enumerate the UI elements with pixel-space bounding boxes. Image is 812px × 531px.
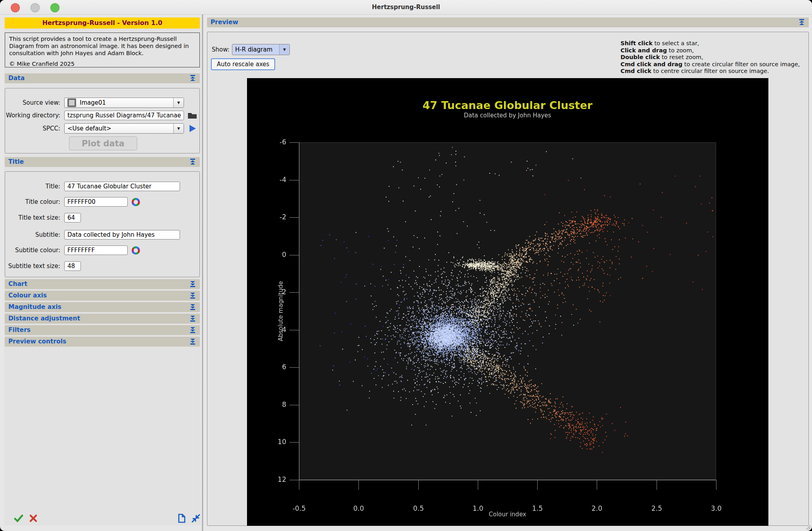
section-label: Preview controls — [8, 337, 66, 347]
collapse-icon[interactable] — [189, 159, 196, 167]
expand-icon[interactable] — [189, 338, 196, 346]
subtitle-colour-input[interactable] — [64, 245, 128, 255]
chevron-down-icon: ▼ — [279, 44, 289, 55]
section-header-title[interactable]: Title — [5, 157, 200, 167]
expand-icon[interactable] — [189, 304, 196, 312]
expand-icon[interactable] — [189, 292, 196, 300]
cancel-button[interactable] — [29, 514, 38, 523]
help-line: Shift click to select a star, — [620, 40, 803, 47]
section-header-magnitude-axis[interactable]: Magnitude axis — [5, 302, 200, 312]
title-input[interactable] — [64, 182, 180, 191]
new-instance-icon[interactable] — [177, 514, 186, 523]
section-label: Colour axis — [8, 291, 47, 301]
section-header-distance-adjustment[interactable]: Distance adjustment — [5, 314, 200, 324]
help-line: Cmd click to centre circular filter on s… — [620, 68, 803, 75]
panel-divider[interactable] — [202, 14, 203, 531]
section-label: Chart — [8, 279, 27, 289]
chevron-down-icon: ▼ — [173, 98, 184, 107]
help-text: Shift click to select a star, Click and … — [620, 40, 803, 75]
spcc-label: SPCC: — [4, 123, 60, 134]
preview-panel: Preview Show: H-R diagram ▼ Auto rescale… — [207, 17, 809, 525]
image-view-icon — [67, 98, 76, 107]
section-header-preview[interactable]: Preview — [207, 17, 809, 27]
source-view-select[interactable]: Image01 ▼ — [64, 98, 184, 108]
title-text-size-label: Title text size: — [4, 213, 60, 222]
show-value: H-R diagram — [235, 46, 272, 53]
plot-data-button[interactable]: Plot data — [69, 136, 137, 150]
section-label: Title — [8, 157, 24, 167]
browse-folder-button[interactable] — [187, 111, 197, 120]
help-line: Click and drag to zoom, — [620, 47, 803, 54]
spcc-select[interactable]: <Use default> ▼ — [64, 123, 184, 134]
preview-group-box: Show: H-R diagram ▼ Auto rescale axes Sh… — [207, 32, 809, 526]
resize-grip[interactable] — [804, 523, 811, 530]
expand-icon[interactable] — [189, 315, 196, 323]
ok-button[interactable] — [14, 514, 23, 523]
app-window: Hertzsprung-Russell Hertzsprung-Russell … — [0, 0, 812, 531]
colour-wheel-icon[interactable] — [132, 198, 140, 206]
section-header-colour-axis[interactable]: Colour axis — [5, 291, 200, 301]
colour-wheel-icon[interactable] — [132, 246, 140, 255]
working-directory-label: Working directory: — [4, 111, 60, 120]
title-label: Title: — [4, 182, 60, 191]
section-header-filters[interactable]: Filters — [5, 325, 200, 335]
chevron-down-icon: ▼ — [173, 124, 184, 133]
help-line: Cmd click and drag to create circular fi… — [620, 61, 803, 68]
section-label: Distance adjustment — [8, 314, 80, 324]
show-select[interactable]: H-R diagram ▼ — [232, 44, 290, 55]
source-view-label: Source view: — [4, 98, 60, 108]
section-header-preview-controls[interactable]: Preview controls — [5, 337, 200, 347]
working-directory-input[interactable] — [64, 111, 184, 120]
contract-dialog-icon[interactable] — [191, 514, 201, 523]
section-header-chart[interactable]: Chart — [5, 279, 200, 289]
auto-rescale-axes-button[interactable]: Auto rescale axes — [211, 58, 275, 70]
section-label: Magnitude axis — [8, 302, 61, 312]
script-banner: Hertzsprung-Russell - Version 1.0 — [5, 17, 200, 29]
sidebar: Hertzsprung-Russell - Version 1.0 This s… — [4, 17, 201, 525]
subtitle-colour-label: Subtitle colour: — [4, 245, 60, 255]
section-label: Filters — [8, 325, 31, 335]
section-label: Preview — [211, 17, 238, 27]
title-text-size-input[interactable] — [64, 213, 81, 222]
copyright: © Mike Cranfield 2025 — [9, 60, 195, 67]
section-label: Data — [8, 73, 25, 83]
window-title: Hertzsprung-Russell — [0, 0, 812, 14]
title-colour-label: Title colour: — [4, 197, 60, 207]
title-colour-input[interactable] — [64, 197, 128, 207]
subtitle-input[interactable] — [64, 230, 180, 240]
hr-diagram-canvas[interactable] — [247, 78, 768, 526]
collapse-icon[interactable] — [189, 75, 196, 83]
spcc-value: <Use default> — [67, 125, 111, 132]
subtitle-text-size-input[interactable] — [64, 261, 81, 271]
script-description-box: This script provides a tool to create a … — [5, 33, 200, 67]
window-titlebar: Hertzsprung-Russell — [0, 0, 812, 15]
help-line: Double click to reset zoom, — [620, 54, 803, 61]
script-description: This script provides a tool to create a … — [9, 35, 195, 56]
show-label: Show: — [212, 44, 230, 55]
section-header-data[interactable]: Data — [5, 73, 200, 83]
source-view-value: Image01 — [80, 99, 106, 106]
subtitle-text-size-label: Subtitle text size: — [4, 261, 60, 271]
run-spcc-button[interactable] — [188, 124, 197, 134]
subtitle-label: Subtitle: — [4, 230, 60, 240]
expand-icon[interactable] — [189, 327, 196, 335]
collapse-icon[interactable] — [798, 19, 805, 27]
expand-icon[interactable] — [189, 281, 196, 289]
